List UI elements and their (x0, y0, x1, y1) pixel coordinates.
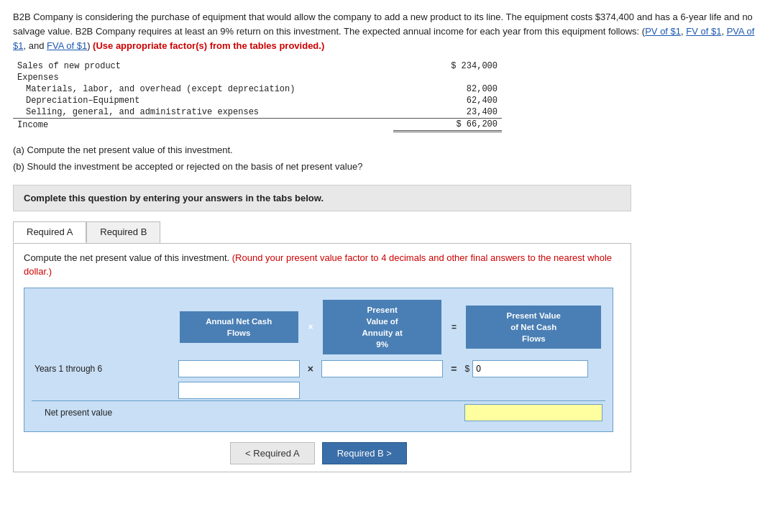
rounding-note: (Round your present value factor to 4 de… (24, 252, 612, 278)
tab-instruction: Compute the net present value of this in… (24, 251, 620, 279)
materials-label: Materials, labor, and overhead (except d… (13, 83, 393, 95)
years-row: Years 1 through 6 × = $ (32, 357, 605, 380)
income-label: Income (13, 119, 393, 132)
col-x-header: × (303, 297, 318, 357)
empty-pvcf-1 (462, 380, 605, 400)
link-fva[interactable]: FVA of $1 (47, 40, 87, 51)
net-pv-input-cell (462, 400, 605, 424)
nav-buttons: < Required A Required B > (24, 442, 613, 464)
depreciation-value: 62,400 (393, 95, 502, 106)
pvcf-header-cell: Present Valueof Net CashFlows (466, 306, 601, 349)
depreciation-label: Depreciation–Equipment (13, 95, 393, 106)
table-row-materials: Materials, labor, and overhead (except d… (13, 83, 502, 95)
empty-annual-1 (175, 380, 303, 400)
annual-cash-flows-input[interactable] (178, 360, 300, 377)
years-label: Years 1 through 6 (32, 357, 175, 380)
table-row-income: Income $ 66,200 (13, 119, 502, 132)
table-row-depreciation: Depreciation–Equipment 62,400 (13, 95, 502, 106)
tabs-row: Required A Required B (13, 221, 757, 243)
table-row-selling: Selling, general, and administrative exp… (13, 106, 502, 119)
net-pv-label-cell: Net present value (32, 400, 462, 424)
empty-annual-input-1[interactable] (178, 382, 300, 399)
annual-header-cell: Annual Net CashFlows (180, 311, 298, 343)
annual-input-cell (175, 357, 303, 380)
col-eq-header: = (446, 297, 462, 357)
net-present-value-input[interactable] (464, 404, 602, 421)
question-a: (a) Compute the net present value of thi… (13, 142, 757, 158)
required-a-button[interactable]: < Required A (230, 442, 315, 464)
calc-header: Annual Net CashFlows × PresentValue ofAn… (32, 297, 605, 357)
tab-required-b[interactable]: Required B (86, 221, 160, 243)
expenses-value (393, 72, 502, 83)
dollar-sign: $ (464, 364, 469, 374)
empty-row-1 (32, 380, 605, 400)
empty-eq-1 (446, 380, 462, 400)
pvcf-cell: $ (462, 357, 591, 380)
instructions-box: Complete this question by entering your … (13, 185, 631, 211)
materials-value: 82,000 (393, 83, 502, 95)
calc-area: Annual Net CashFlows × PresentValue ofAn… (24, 288, 613, 432)
questions-section: (a) Compute the net present value of thi… (13, 142, 757, 174)
intro-paragraph: B2B Company is considering the purchase … (13, 10, 757, 53)
tab-content: Compute the net present value of this in… (13, 243, 631, 472)
question-b: (b) Should the investment be accepted or… (13, 159, 757, 175)
col-header-annual: Annual Net CashFlows (175, 297, 303, 357)
x-operator: × (303, 357, 318, 380)
selling-value: 23,400 (393, 106, 502, 119)
bold-instruction: (Use appropriate factor(s) from the tabl… (93, 40, 324, 51)
sales-label: Sales of new product (13, 60, 393, 72)
required-b-button[interactable]: Required B > (322, 442, 407, 464)
col-header-label (32, 297, 175, 357)
link-pv[interactable]: PV of $1 (645, 26, 681, 37)
col-header-pva: PresentValue ofAnnuity at9% (318, 297, 446, 357)
selling-label: Selling, general, and administrative exp… (13, 106, 393, 119)
tab-required-a[interactable]: Required A (13, 221, 86, 243)
pva-header-cell: PresentValue ofAnnuity at9% (323, 300, 441, 354)
empty-x-1 (303, 380, 318, 400)
empty-pva-1 (318, 380, 446, 400)
eq-operator: = (446, 357, 462, 380)
pva-factor-input[interactable] (321, 360, 443, 377)
empty-label-1 (32, 380, 175, 400)
income-value: $ 66,200 (393, 119, 502, 132)
expenses-label: Expenses (13, 72, 393, 83)
table-row-expenses-header: Expenses (13, 72, 502, 83)
calc-table: Annual Net CashFlows × PresentValue ofAn… (32, 297, 605, 424)
net-pv-row: Net present value (32, 400, 605, 424)
col-header-pvcf: Present Valueof Net CashFlows (462, 297, 605, 357)
table-row-sales: Sales of new product $ 234,000 (13, 60, 502, 72)
sales-value: $ 234,000 (393, 60, 502, 72)
net-pv-label: Net present value (45, 408, 112, 418)
pvcf-value-input[interactable] (472, 360, 588, 377)
pva-input-cell (318, 357, 446, 380)
link-fv[interactable]: FV of $1 (686, 26, 721, 37)
income-table: Sales of new product $ 234,000 Expenses … (13, 60, 502, 132)
